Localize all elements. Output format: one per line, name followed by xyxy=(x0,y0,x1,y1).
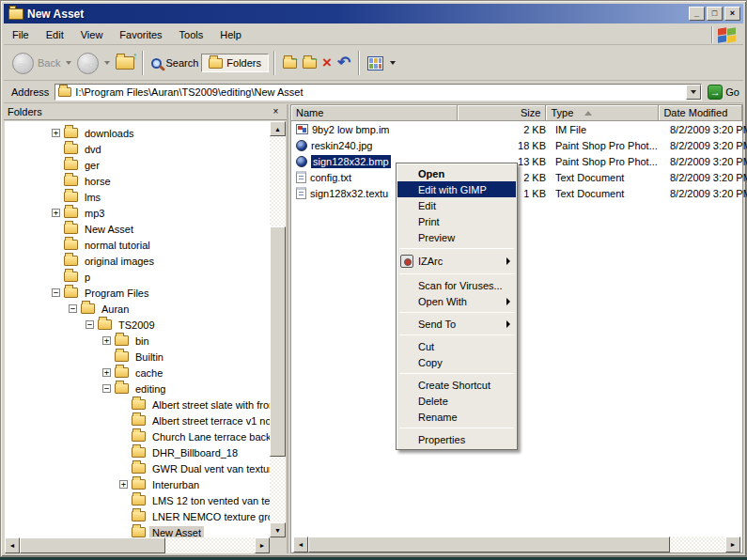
tree-item[interactable]: Albert street slate with fror xyxy=(5,397,270,412)
folder-icon xyxy=(64,160,78,170)
tree-vertical-scrollbar[interactable]: ▲ ▼ xyxy=(270,121,286,537)
context-menu-item-edit-with-gimp[interactable]: Edit with GIMP xyxy=(397,181,516,197)
file-row[interactable]: reskin240.jpg18 KBPaint Shop Pro Phot...… xyxy=(291,137,742,153)
tree-item[interactable]: −Auran xyxy=(5,301,270,317)
file-name-cell[interactable]: reskin240.jpg xyxy=(291,140,460,151)
context-menu-item-scan-for-viruses[interactable]: Scan for Viruses... xyxy=(397,277,516,293)
tree-toggle-spacer xyxy=(119,528,128,537)
context-menu-item-create-shortcut[interactable]: Create Shortcut xyxy=(397,377,516,393)
copy-to-button[interactable]: → xyxy=(300,56,319,70)
forward-button[interactable]: → xyxy=(74,51,101,76)
tree-item[interactable]: −TS2009 xyxy=(5,317,270,333)
move-to-button[interactable]: → xyxy=(280,56,300,70)
menu-item-file[interactable]: File xyxy=(4,26,38,43)
tree-item[interactable]: Church Lane terrace back g xyxy=(5,428,270,444)
file-row[interactable]: 9by2 low bmp.im2 KBIM File8/2/2009 3:20 … xyxy=(291,121,742,137)
context-menu-item-send-to[interactable]: Send To xyxy=(397,316,516,332)
column-header-date-modified[interactable]: Date Modified xyxy=(659,105,742,121)
context-menu-item-edit[interactable]: Edit xyxy=(397,197,516,213)
scroll-left-icon[interactable]: ◄ xyxy=(293,537,308,552)
tree-collapse-icon[interactable]: − xyxy=(102,384,111,393)
tree-toggle-spacer xyxy=(52,145,60,153)
views-button[interactable] xyxy=(365,54,401,72)
menu-item-view[interactable]: View xyxy=(72,26,112,43)
tree-expand-icon[interactable]: + xyxy=(102,368,111,377)
back-button[interactable]: ← Back xyxy=(9,51,63,76)
tree-item[interactable]: New Asset xyxy=(5,221,270,237)
tree-expand-icon[interactable]: + xyxy=(52,209,60,217)
file-name-label: sign128x32.textu xyxy=(310,188,388,199)
context-menu-item-cut[interactable]: Cut xyxy=(397,338,516,354)
address-dropdown-button[interactable] xyxy=(686,85,701,100)
address-value[interactable]: I:\Program Files\Auran\TS2009\editing\Ne… xyxy=(75,86,686,98)
scroll-left-icon[interactable]: ◄ xyxy=(5,537,20,553)
context-menu-item-rename[interactable]: Rename xyxy=(397,409,516,425)
tree-item[interactable]: DHR_Billboard_18 xyxy=(5,444,270,460)
tree-item[interactable]: +downloads xyxy=(5,125,270,141)
minimize-button[interactable]: _ xyxy=(689,7,705,21)
tree-collapse-icon[interactable]: − xyxy=(86,320,94,329)
close-button[interactable]: × xyxy=(724,7,740,21)
tree-item[interactable]: +cache xyxy=(5,365,270,381)
context-menu-item-copy[interactable]: Copy xyxy=(397,354,516,370)
context-menu-item-preview[interactable]: Preview xyxy=(397,229,516,245)
scroll-up-icon[interactable]: ▲ xyxy=(270,121,286,136)
up-button[interactable]: ↑ xyxy=(113,54,137,71)
context-menu-item-properties[interactable]: Properties xyxy=(397,431,516,447)
menu-item-favorites[interactable]: Favorites xyxy=(111,26,170,43)
context-menu-item-delete[interactable]: Delete xyxy=(397,393,516,409)
scrollbar-thumb[interactable] xyxy=(20,537,165,553)
context-menu-item-print[interactable]: Print xyxy=(397,213,516,229)
tree-horizontal-scrollbar[interactable]: ◄ ► xyxy=(5,537,270,553)
tree-item[interactable]: horse xyxy=(5,173,270,189)
column-header-size[interactable]: Size xyxy=(458,105,546,121)
tree-item[interactable]: −Program Files xyxy=(5,285,270,301)
tree-expand-icon[interactable]: + xyxy=(119,480,128,489)
menu-item-tools[interactable]: Tools xyxy=(171,26,212,43)
scroll-down-icon[interactable]: ▼ xyxy=(270,522,286,537)
tree-item[interactable]: LMS 12 ton vented van tex xyxy=(5,492,270,508)
maximize-button[interactable]: □ xyxy=(707,7,723,21)
undo-button[interactable]: ↶ xyxy=(335,54,353,72)
scrollbar-thumb[interactable] xyxy=(308,537,670,552)
folders-button[interactable]: Folders xyxy=(201,54,269,72)
menu-item-help[interactable]: Help xyxy=(211,26,250,43)
tree-item[interactable]: −editing xyxy=(5,381,270,397)
file-name-cell[interactable]: 9by2 low bmp.im xyxy=(291,124,460,135)
tree-item[interactable]: GWR Dual vent van texture xyxy=(5,460,270,476)
tree-collapse-icon[interactable]: − xyxy=(52,288,60,297)
tree-item[interactable]: +mp3 xyxy=(5,205,270,221)
tree-item[interactable]: Builtin xyxy=(5,349,270,365)
go-button[interactable]: → Go xyxy=(708,85,739,100)
tree-item[interactable]: LNER NEMCO texture group xyxy=(5,508,270,524)
context-menu-item-open-with[interactable]: Open With xyxy=(397,293,516,309)
scrollbar-thumb[interactable] xyxy=(270,226,286,457)
column-header-name[interactable]: Name xyxy=(291,105,458,121)
tree-item[interactable]: p xyxy=(5,269,270,285)
tree-item[interactable]: New Asset xyxy=(5,524,270,537)
tree-expand-icon[interactable]: + xyxy=(102,336,111,345)
context-menu-item-izarc[interactable]: IZArc xyxy=(397,252,516,271)
column-header-type[interactable]: Type xyxy=(546,105,659,121)
tree-item[interactable]: +bin xyxy=(5,333,270,349)
search-button[interactable]: Search xyxy=(148,55,201,70)
file-horizontal-scrollbar[interactable]: ◄ ► xyxy=(293,537,740,552)
tree-item[interactable]: original images xyxy=(5,253,270,269)
folders-pane-close-icon[interactable]: × xyxy=(269,106,283,118)
forward-dropdown-icon[interactable] xyxy=(104,61,110,65)
address-combo[interactable]: I:\Program Files\Auran\TS2009\editing\Ne… xyxy=(54,84,702,101)
tree-collapse-icon[interactable]: − xyxy=(69,304,77,313)
tree-item[interactable]: ger xyxy=(5,157,270,173)
tree-item[interactable]: lms xyxy=(5,189,270,205)
menu-item-edit[interactable]: Edit xyxy=(38,26,72,43)
context-menu-item-open[interactable]: Open xyxy=(397,165,516,181)
delete-button[interactable]: × xyxy=(319,54,335,72)
back-dropdown-icon[interactable] xyxy=(66,61,71,65)
scroll-right-icon[interactable]: ► xyxy=(725,537,740,552)
scroll-right-icon[interactable]: ► xyxy=(255,537,270,553)
tree-item[interactable]: dvd xyxy=(5,141,270,157)
tree-item[interactable]: Albert street terrace v1 no xyxy=(5,412,270,428)
tree-expand-icon[interactable]: + xyxy=(52,129,60,137)
tree-item[interactable]: normal tutorial xyxy=(5,237,270,253)
tree-item[interactable]: +Interurban xyxy=(5,476,270,492)
